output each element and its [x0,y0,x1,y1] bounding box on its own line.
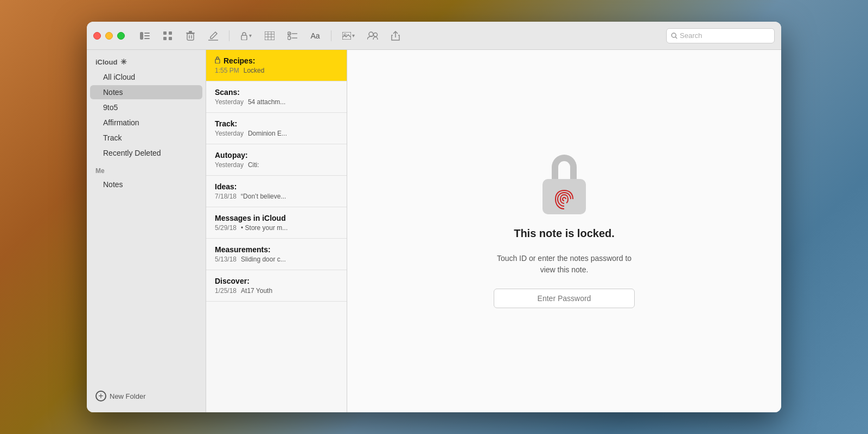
media-icon [342,32,351,40]
svg-rect-4 [163,31,167,35]
main-content: iCloud ✳ All iCloud Notes 9to5 Affirmati… [87,50,781,412]
svg-rect-6 [163,37,167,40]
svg-rect-7 [169,37,172,40]
svg-rect-15 [265,31,275,40]
note-title-text-track: Track: [215,119,237,128]
sidebar-item-recently-deleted[interactable]: Recently Deleted [90,146,202,160]
share-button[interactable] [386,28,405,44]
delete-icon [186,31,195,41]
sidebar: iCloud ✳ All iCloud Notes 9to5 Affirmati… [87,50,206,412]
collab-icon [367,31,378,40]
note-date-recipes: 1:55 PM [215,67,239,74]
note-item-scans[interactable]: Scans:Yesterday54 attachm... [206,81,347,113]
new-folder-label: New Folder [110,392,145,400]
note-item-messages-icloud[interactable]: Messages in iCloud5/29/18• Store your m.… [206,207,347,239]
delete-button[interactable] [181,28,200,44]
sidebar-item-all-icloud[interactable]: All iCloud [90,70,202,84]
sidebar-item-track[interactable]: Track [90,131,202,145]
note-date-ideas: 7/18/18 [215,193,237,200]
font-button[interactable]: Aa [306,28,324,44]
fingerprint-overlay [553,188,575,210]
sidebar-item-9to5[interactable]: 9to5 [90,100,202,114]
note-lock-icon-recipes [215,56,220,65]
note-title-discover: Discover: [215,277,338,285]
svg-point-28 [672,33,676,37]
locked-note-title: This note is locked. [514,227,615,240]
note-meta-messages-icloud: 5/29/18• Store your m... [215,224,338,232]
note-title-measurements: Measurements: [215,245,338,254]
grid-view-button[interactable] [158,28,177,44]
note-title-autopay: Autopay: [215,151,338,159]
note-preview-measurements: Sliding door c... [241,256,286,263]
sidebar-item-affirmation[interactable]: Affirmation [90,116,202,130]
svg-rect-14 [241,35,247,40]
note-item-recipes[interactable]: Recipes:1:55 PMLocked [206,50,347,81]
note-meta-autopay: YesterdayCiti: [215,161,338,169]
collab-button[interactable] [363,28,382,44]
note-item-measurements[interactable]: Measurements:5/13/18Sliding door c... [206,239,347,270]
note-preview-discover: At17 Youth [241,287,272,295]
notes-window: ▾ Aa [87,22,781,412]
titlebar: ▾ Aa [87,22,781,50]
note-title-text-scans: Scans: [215,88,240,97]
note-meta-measurements: 5/13/18Sliding door c... [215,256,338,263]
note-date-messages-icloud: 5/29/18 [215,224,237,232]
svg-rect-3 [144,38,150,39]
lock-illustration [537,155,591,214]
sidebar-item-notes[interactable]: Notes [90,85,202,99]
note-date-scans: Yesterday [215,98,244,106]
compose-icon [208,31,218,41]
lock-icon [240,31,248,40]
svg-rect-10 [187,34,194,40]
note-preview-recipes: Locked [244,67,265,74]
font-label: Aa [310,31,320,40]
note-title-text-recipes: Recipes: [224,56,255,65]
media-button[interactable]: ▾ [338,28,359,44]
note-date-measurements: 5/13/18 [215,256,237,263]
note-title-text-autopay: Autopay: [215,151,248,159]
sidebar-toggle-button[interactable] [136,28,154,44]
lock-button[interactable]: ▾ [236,28,256,44]
search-icon [671,33,678,39]
search-bar[interactable]: Search [666,28,775,43]
svg-rect-2 [144,35,150,36]
icloud-spinner-icon: ✳ [120,58,127,66]
note-title-scans: Scans: [215,88,338,97]
note-date-autopay: Yesterday [215,161,244,169]
note-item-ideas[interactable]: Ideas:7/18/18“Don’t believe... [206,176,347,207]
note-date-discover: 1/25/18 [215,287,237,295]
separator-2 [331,30,331,41]
note-title-text-discover: Discover: [215,277,250,285]
minimize-button[interactable] [105,32,113,40]
checklist-button[interactable] [283,28,302,44]
lock-chevron: ▾ [249,33,252,39]
note-item-track[interactable]: Track:YesterdayDominion E... [206,113,347,144]
table-button[interactable] [260,28,279,44]
detail-panel: This note is locked. Touch ID or enter t… [347,50,781,412]
close-button[interactable] [93,32,101,40]
svg-point-26 [369,32,373,36]
note-item-autopay[interactable]: Autopay:YesterdayCiti: [206,144,347,176]
grid-view-icon [163,31,172,40]
sidebar-toggle-icon [140,32,150,40]
traffic-lights [93,32,125,40]
note-meta-ideas: 7/18/18“Don’t believe... [215,193,338,200]
icloud-section-header: iCloud ✳ [87,54,206,69]
note-date-track: Yesterday [215,130,244,137]
new-folder-icon: + [95,391,106,401]
compose-button[interactable] [204,28,222,44]
maximize-button[interactable] [117,32,125,40]
new-folder-button[interactable]: + New Folder [87,384,206,408]
svg-point-22 [288,36,291,40]
svg-rect-9 [189,31,192,33]
svg-rect-30 [215,59,220,63]
password-input[interactable] [494,289,635,308]
note-title-text-messages-icloud: Messages in iCloud [215,214,286,222]
note-title-messages-icloud: Messages in iCloud [215,214,338,222]
checklist-icon [288,31,297,40]
note-title-track: Track: [215,119,338,128]
note-item-discover[interactable]: Discover:1/25/18At17 Youth [206,270,347,302]
note-meta-discover: 1/25/18At17 Youth [215,287,338,295]
lock-shackle [552,155,577,180]
sidebar-item-me-notes[interactable]: Notes [90,177,202,192]
